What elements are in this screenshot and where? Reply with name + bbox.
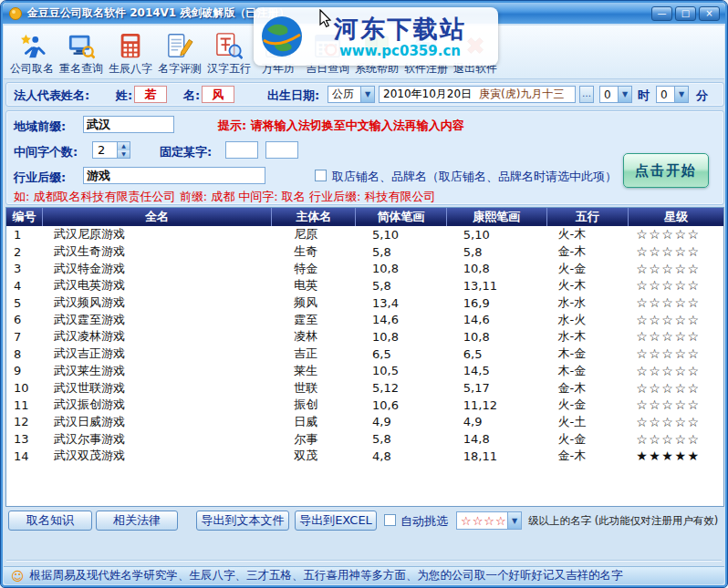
fixed-char-label: 固定某字:: [160, 143, 212, 160]
star-filter-select[interactable]: ☆☆☆☆ ▼: [456, 511, 522, 530]
cell-stars: ☆☆☆☆☆: [629, 346, 723, 361]
table-row[interactable]: 9武汉莱生游戏莱生10,514,5木-金☆☆☆☆☆: [6, 363, 723, 380]
export-txt-button[interactable]: 导出到文本文件: [196, 511, 289, 531]
cell-five_elements: 火-金: [547, 431, 629, 448]
hour-select[interactable]: 0 ▼: [599, 86, 632, 103]
close-button[interactable]: ×: [699, 6, 720, 21]
birth-date-field[interactable]: 2010年10月20日 庚寅(虎)九月十三: [379, 86, 576, 103]
maximize-button[interactable]: □: [675, 6, 696, 21]
cell-main_name: 电英: [272, 277, 356, 294]
results-table: 编号 全名 主体名 简体笔画 康熙笔画 五行 星级 1武汉尼原游戏尼原5,105…: [5, 207, 724, 507]
surname-label: 姓:: [116, 87, 132, 104]
cell-five_elements: 水-木: [547, 328, 629, 345]
header-cell-five-elements: 五行: [547, 208, 629, 226]
cell-kangxi: 5,17: [447, 381, 547, 395]
auto-pick-checkbox[interactable]: [384, 514, 396, 526]
table-row[interactable]: 4武汉电英游戏电英5,813,11火-木☆☆☆☆☆: [6, 277, 723, 294]
table-row[interactable]: 12武汉日威游戏日威4,94,9火-土☆☆☆☆☆: [6, 414, 723, 431]
table-row[interactable]: 7武汉凌林游戏凌林10,810,8水-木☆☆☆☆☆: [6, 328, 723, 346]
cell-five_elements: 火-金: [547, 397, 629, 413]
table-row[interactable]: 2武汉生奇游戏生奇5,85,8金-木☆☆☆☆☆: [6, 243, 723, 261]
region-prefix-input[interactable]: [83, 116, 174, 133]
cell-stars: ☆☆☆☆☆: [629, 329, 723, 344]
cell-stars: ☆☆☆☆☆: [629, 432, 723, 447]
calendar-type-select[interactable]: 公历 ▼: [328, 86, 375, 103]
cell-kangxi: 16,9: [447, 296, 547, 310]
minute-select[interactable]: 0 ▼: [656, 86, 689, 103]
example-text: 如: 成都取名科技有限责任公司 前缀: 成都 中间字: 取名 行业后缀: 科技有…: [14, 189, 435, 205]
cell-full_name: 武汉振创游戏: [43, 397, 272, 413]
cell-stars: ☆☆☆☆☆: [629, 397, 723, 412]
naming-panel: 地域前缀: 提示: 请将输入法切换至中文输入法再输入内容 中间字个数: 2 ▲ …: [5, 110, 724, 205]
table-row[interactable]: 1武汉尼原游戏尼原5,105,10火-木☆☆☆☆☆: [6, 226, 723, 243]
related-law-button[interactable]: 相关法律: [96, 511, 178, 531]
cell-simplified: 5,8: [356, 432, 447, 446]
naming-knowledge-button[interactable]: 取名知识: [8, 511, 92, 531]
app-window: 金豆豆公司取名软件 2014V1 残剑破解版（已注册） — □ × 公司取名 重…: [0, 0, 728, 588]
cell-five_elements: 火-木: [547, 277, 629, 294]
cell-no: 14: [6, 449, 43, 463]
auto-pick-label: 自动挑选: [400, 513, 448, 530]
chevron-down-icon: ▼: [618, 87, 631, 102]
company-naming-icon: [17, 31, 47, 60]
toolbar-item-duplicate-search[interactable]: 重名查询: [57, 28, 106, 78]
cell-no: 9: [6, 364, 43, 377]
toolbar-item-company-naming[interactable]: 公司取名: [7, 28, 57, 78]
surname-input[interactable]: [134, 86, 167, 103]
watermark: 河东下载站 www.pc0359.cn: [254, 7, 498, 66]
fixed-char-input-1[interactable]: [225, 141, 258, 159]
chevron-down-icon: ▼: [360, 87, 374, 102]
cell-main_name: 霆至: [272, 312, 356, 328]
table-row[interactable]: 8武汉吉正游戏吉正6,56,5木-金☆☆☆☆☆: [6, 346, 723, 363]
table-row[interactable]: 3武汉特金游戏特金10,810,8火-金☆☆☆☆☆: [6, 260, 723, 277]
shop-name-checkbox[interactable]: [315, 170, 327, 181]
lunar-date-text: 庚寅(虎)九月十三: [479, 87, 564, 102]
cell-simplified: 10,5: [356, 364, 447, 377]
table-row[interactable]: 5武汉频风游戏频风13,416,9水-水☆☆☆☆☆: [6, 294, 723, 312]
duplicate-search-icon: [67, 31, 96, 60]
given-name-input[interactable]: [202, 86, 234, 103]
table-row[interactable]: 6武汉霆至游戏霆至14,614,6水-火☆☆☆☆☆: [6, 311, 723, 328]
toolbar-label: 生辰八字: [109, 61, 152, 77]
cell-stars: ☆☆☆☆☆: [629, 227, 723, 242]
table-row[interactable]: 10武汉世联游戏世联5,125,17金-木☆☆☆☆☆: [6, 379, 723, 397]
shop-name-label: 取店铺名、品牌名（取店铺名、品牌名时请选中此项）: [332, 169, 617, 185]
date-more-button[interactable]: …: [579, 86, 594, 103]
export-excel-button[interactable]: 导出到EXCEL: [295, 511, 377, 531]
cell-no: 2: [6, 245, 43, 259]
cell-main_name: 尼原: [272, 226, 356, 242]
spinner-up-icon[interactable]: ▲: [118, 142, 130, 150]
cell-full_name: 武汉日威游戏: [43, 414, 272, 430]
cell-kangxi: 14,6: [447, 313, 547, 326]
cell-full_name: 武汉电英游戏: [43, 277, 272, 294]
cell-full_name: 武汉生奇游戏: [43, 243, 272, 260]
mouse-cursor: [319, 9, 332, 31]
table-row[interactable]: 13武汉尔事游戏尔事5,814,8火-金☆☆☆☆☆: [6, 430, 723, 448]
legal-name-label: 法人代表姓名:: [14, 87, 89, 104]
table-row[interactable]: 11武汉振创游戏振创10,611,12火-金☆☆☆☆☆: [6, 397, 723, 414]
cell-five_elements: 木-金: [547, 363, 629, 379]
fixed-char-input-2[interactable]: [265, 141, 298, 159]
start-button[interactable]: 点击开始: [623, 153, 709, 188]
cell-simplified: 5,12: [356, 381, 447, 395]
industry-suffix-label: 行业后缀:: [14, 169, 66, 186]
cell-no: 4: [6, 279, 43, 293]
industry-suffix-input[interactable]: [83, 167, 265, 184]
hour-unit-label: 时: [638, 87, 650, 104]
toolbar-item-name-evaluation[interactable]: 名字评测: [155, 28, 204, 78]
table-row[interactable]: 14武汉双茂游戏双茂4,818,11金-木★★★★★: [6, 448, 723, 465]
middle-count-spinner[interactable]: 2 ▲ ▼: [92, 141, 130, 159]
cell-kangxi: 18,11: [447, 449, 547, 463]
cell-full_name: 武汉尔事游戏: [43, 431, 272, 448]
spinner-down-icon[interactable]: ▼: [118, 150, 130, 159]
middle-count-label: 中间字个数:: [14, 143, 78, 160]
minimize-button[interactable]: —: [651, 6, 672, 21]
cell-full_name: 武汉吉正游戏: [43, 346, 272, 362]
cell-kangxi: 10,8: [447, 262, 547, 275]
cell-no: 7: [6, 330, 43, 344]
toolbar-item-bazi[interactable]: 生辰八字: [106, 28, 155, 78]
cell-simplified: 4,9: [356, 415, 447, 428]
toolbar-item-hanzi-wuxing[interactable]: 汉字五行: [204, 28, 254, 78]
cell-full_name: 武汉尼原游戏: [43, 226, 272, 242]
cell-main_name: 频风: [272, 294, 356, 311]
